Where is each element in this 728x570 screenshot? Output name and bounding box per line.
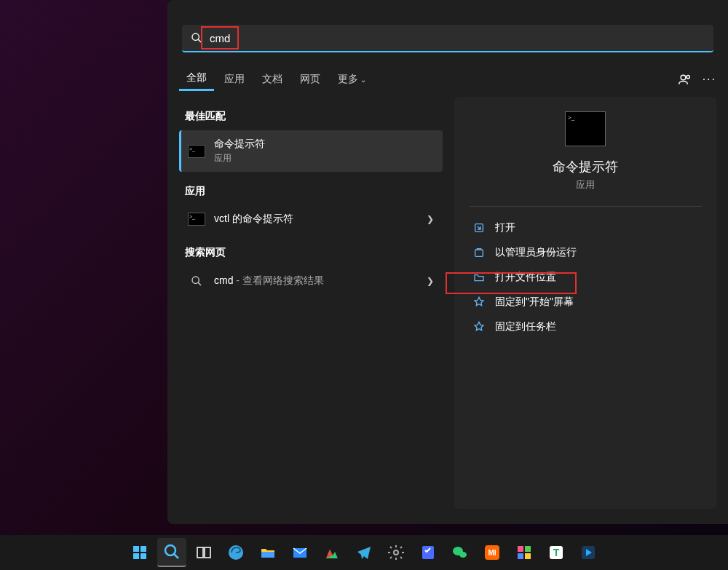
svg-point-4	[192, 277, 199, 283]
action-open[interactable]: 打开	[469, 215, 702, 240]
action-label: 打开	[495, 221, 515, 234]
taskbar-wechat[interactable]	[446, 538, 475, 567]
svg-rect-11	[141, 553, 146, 559]
svg-rect-28	[525, 553, 531, 559]
svg-point-2	[681, 75, 686, 80]
action-run-as-admin[interactable]: 以管理员身份运行	[469, 240, 702, 265]
svg-rect-20	[422, 546, 434, 559]
cmd-icon: >_	[188, 213, 205, 226]
svg-rect-7	[475, 250, 483, 256]
tab-all[interactable]: 全部	[179, 67, 214, 91]
svg-rect-27	[518, 553, 523, 559]
svg-point-0	[192, 33, 199, 40]
svg-rect-26	[525, 546, 531, 552]
result-subtitle: 应用	[214, 152, 434, 165]
action-label: 固定到任务栏	[495, 320, 556, 333]
svg-rect-25	[518, 546, 523, 552]
open-icon	[473, 222, 485, 234]
apps-header: 应用	[179, 172, 443, 205]
taskbar-todo[interactable]	[414, 538, 443, 567]
svg-rect-15	[205, 547, 210, 558]
svg-text:T: T	[553, 547, 560, 558]
chevron-right-icon: ❯	[427, 276, 434, 286]
taskbar-telegram[interactable]	[349, 538, 379, 567]
action-label: 固定到"开始"屏幕	[495, 296, 574, 309]
svg-rect-17	[261, 552, 274, 558]
chevron-down-icon: ⌄	[360, 76, 366, 84]
taskbar-store[interactable]	[510, 538, 539, 567]
folder-icon	[473, 272, 485, 283]
taskbar-task-view[interactable]	[189, 538, 218, 567]
search-input[interactable]	[210, 32, 705, 44]
more-options-icon[interactable]: ···	[703, 73, 716, 86]
result-title: 命令提示符	[214, 138, 434, 151]
detail-subtitle: 应用	[576, 178, 595, 191]
results-column: 最佳匹配 >_ 命令提示符 应用 应用 >_ vctl 的命令提示符 ❯ 搜索网…	[179, 97, 443, 509]
svg-rect-10	[133, 553, 139, 559]
detail-panel: >_ 命令提示符 应用 打开 以管理员身份运行 打开文件位置	[454, 97, 716, 509]
taskbar-app-peak[interactable]	[317, 538, 347, 567]
best-match-header: 最佳匹配	[179, 97, 443, 130]
taskbar-edge[interactable]	[221, 538, 250, 567]
tab-web[interactable]: 网页	[293, 68, 328, 90]
svg-rect-8	[133, 546, 139, 552]
taskbar: MI T	[0, 535, 728, 570]
taskbar-xiaomi[interactable]: MI	[478, 538, 507, 567]
svg-rect-14	[197, 547, 203, 558]
taskbar-explorer[interactable]	[253, 538, 282, 567]
action-pin-start[interactable]: 固定到"开始"屏幕	[469, 290, 702, 314]
taskbar-blue-play[interactable]	[574, 538, 603, 567]
taskbar-settings[interactable]	[381, 538, 411, 567]
result-best-match[interactable]: >_ 命令提示符 应用	[179, 130, 443, 172]
svg-line-5	[198, 282, 201, 285]
action-open-location[interactable]: 打开文件位置	[469, 265, 702, 290]
svg-line-1	[198, 39, 201, 42]
svg-point-3	[687, 75, 689, 78]
result-title: cmd - 查看网络搜索结果	[214, 274, 324, 286]
action-label: 打开文件位置	[495, 271, 556, 284]
result-web-cmd[interactable]: cmd - 查看网络搜索结果 ❯	[179, 266, 443, 295]
svg-point-12	[165, 545, 175, 555]
taskbar-mail[interactable]	[285, 538, 314, 567]
detail-title: 命令提示符	[553, 158, 618, 175]
action-label: 以管理员身份运行	[495, 246, 577, 259]
taskbar-text-app[interactable]: T	[542, 538, 571, 567]
cmd-icon-large: >_	[565, 111, 606, 146]
chevron-right-icon: ❯	[427, 214, 434, 224]
search-icon	[188, 274, 205, 288]
cmd-icon: >_	[188, 145, 205, 158]
web-header: 搜索网页	[179, 233, 443, 266]
filter-tabs: 全部 应用 文档 网页 更多⌄ ···	[167, 58, 728, 91]
result-app-vctl[interactable]: >_ vctl 的命令提示符 ❯	[179, 205, 443, 233]
admin-shield-icon	[473, 247, 485, 258]
tab-more[interactable]: 更多⌄	[331, 68, 373, 90]
svg-rect-9	[141, 546, 146, 552]
svg-line-13	[174, 554, 178, 558]
tab-apps[interactable]: 应用	[217, 68, 252, 90]
taskbar-start[interactable]	[125, 538, 154, 567]
action-pin-taskbar[interactable]: 固定到任务栏	[469, 314, 702, 339]
result-title: vctl 的命令提示符	[214, 213, 418, 226]
pin-icon	[473, 296, 485, 308]
search-panel: 全部 应用 文档 网页 更多⌄ ··· 最佳匹配 >_ 命令提示符 应用 应用 …	[167, 0, 728, 524]
pin-icon	[473, 321, 485, 333]
svg-point-19	[394, 550, 398, 555]
account-icon[interactable]	[678, 72, 692, 87]
svg-text:MI: MI	[488, 549, 496, 557]
taskbar-search[interactable]	[157, 538, 186, 567]
svg-point-22	[459, 552, 467, 558]
search-icon	[191, 32, 202, 44]
search-bar[interactable]	[182, 25, 713, 52]
tab-documents[interactable]: 文档	[255, 68, 290, 90]
